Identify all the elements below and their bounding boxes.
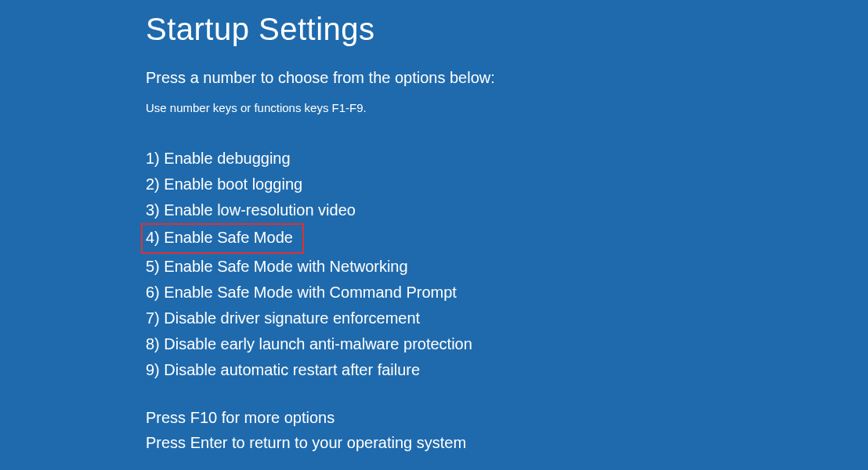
option-row: 8) Disable early launch anti-malware pro… xyxy=(146,331,868,357)
option-row: 6) Enable Safe Mode with Command Prompt xyxy=(146,280,868,306)
page-title: Startup Settings xyxy=(146,12,868,47)
options-list: 1) Enable debugging2) Enable boot loggin… xyxy=(146,146,868,383)
startup-option-2[interactable]: 2) Enable boot logging xyxy=(146,172,302,197)
option-row: 3) Enable low-resolution video xyxy=(146,197,868,223)
startup-option-7[interactable]: 7) Disable driver signature enforcement xyxy=(146,306,420,331)
startup-option-6[interactable]: 6) Enable Safe Mode with Command Prompt xyxy=(146,280,457,306)
option-row: 2) Enable boot logging xyxy=(146,172,868,197)
startup-option-9[interactable]: 9) Disable automatic restart after failu… xyxy=(146,357,420,383)
startup-option-8[interactable]: 8) Disable early launch anti-malware pro… xyxy=(146,331,472,357)
option-row: 4) Enable Safe Mode xyxy=(146,223,868,254)
option-row: 1) Enable debugging xyxy=(146,146,868,172)
startup-option-4[interactable]: 4) Enable Safe Mode xyxy=(141,223,304,254)
hint-text: Use number keys or functions keys F1-F9. xyxy=(146,101,868,114)
footer-return: Press Enter to return to your operating … xyxy=(146,430,868,455)
startup-option-5[interactable]: 5) Enable Safe Mode with Networking xyxy=(146,254,408,280)
option-row: 9) Disable automatic restart after failu… xyxy=(146,357,868,383)
startup-option-3[interactable]: 3) Enable low-resolution video xyxy=(146,197,356,223)
option-row: 7) Disable driver signature enforcement xyxy=(146,306,868,331)
startup-settings-screen: Startup Settings Press a number to choos… xyxy=(0,0,868,455)
footer-more-options: Press F10 for more options xyxy=(146,405,868,430)
option-row: 5) Enable Safe Mode with Networking xyxy=(146,254,868,280)
startup-option-1[interactable]: 1) Enable debugging xyxy=(146,146,291,172)
instruction-text: Press a number to choose from the option… xyxy=(146,69,868,87)
